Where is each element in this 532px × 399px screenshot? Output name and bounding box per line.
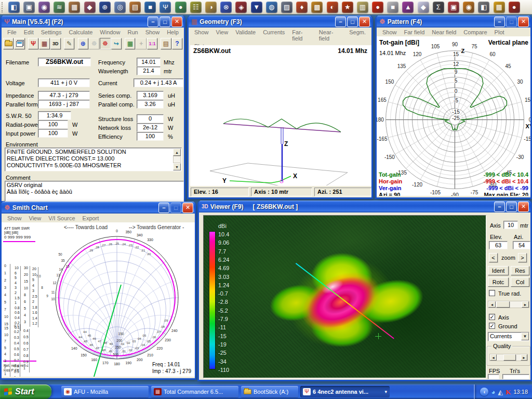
scale-1-1-icon[interactable]: 1:1 — [147, 38, 157, 49]
zoom-out-button[interactable]: < — [489, 253, 498, 262]
quick-launch-icon-33[interactable]: ▦ — [494, 2, 505, 13]
task-button-2[interactable]: ▦Total Commander 6.5... — [151, 386, 238, 397]
calculate-icon[interactable]: ▦ — [125, 38, 135, 49]
quick-launch-icon-17[interactable]: ▼ — [251, 2, 262, 13]
quick-launch-icon-20[interactable]: ♦ — [296, 2, 308, 13]
pattern-canvas[interactable]: 0153045607590105120135150165180-165-150-… — [377, 36, 530, 196]
quick-launch-icon-22[interactable]: ◐ — [327, 2, 338, 13]
main-title-bar[interactable]: Ψ Main [V5.5.4] (F2) − □ ✕ — [2, 16, 184, 28]
task-button-3[interactable]: BootStick (A:) — [241, 386, 298, 397]
quick-launch-icon-30[interactable]: ▣ — [448, 2, 459, 13]
zoom-in-button[interactable]: > — [518, 253, 527, 262]
env-scroll-down[interactable]: ▼ — [173, 163, 181, 170]
geometry-canvas[interactable]: ZS6BKW.out 14.01 Mhz ZXY — [190, 45, 371, 186]
environment-box[interactable]: FINITE GROUND. SOMMERFELD SOLUTIONRELATI… — [5, 148, 182, 171]
elev-input[interactable]: 63 — [489, 241, 508, 249]
viewer-hscroll-right[interactable]: ► — [522, 301, 529, 308]
efficiency-input[interactable]: 100 — [137, 132, 164, 141]
rotc-button[interactable]: Rotc — [488, 277, 509, 287]
open-file-icon[interactable] — [3, 38, 14, 49]
geometry-menu-near-field[interactable]: Near-field — [315, 29, 345, 42]
antenna-icon[interactable]: Ψ — [28, 38, 38, 49]
currents-dropdown[interactable]: Currents ▼ — [488, 332, 529, 341]
pattern-maximize-button[interactable]: □ — [506, 17, 517, 27]
main-menu-run[interactable]: Run — [124, 29, 141, 36]
quick-launch-icon-25[interactable]: ● — [372, 2, 383, 13]
tray-collapse-button[interactable]: ‹ — [480, 388, 488, 396]
input-power-input[interactable]: 100 — [38, 129, 68, 138]
help-icon[interactable]: ? — [172, 38, 182, 49]
quick-launch-icon-16[interactable]: ◈ — [235, 2, 247, 13]
swr-input[interactable]: 1:34.9 — [38, 111, 71, 120]
save-copy-icon[interactable] — [14, 38, 24, 49]
geometry-menu-show[interactable]: Show — [191, 29, 212, 42]
viewer-hscroll-left[interactable]: ◄ — [488, 301, 496, 308]
quality-slider-right[interactable]: ► — [521, 354, 527, 361]
quick-launch-icon-34[interactable]: ● — [509, 2, 520, 13]
quick-launch-icon-28[interactable]: ◆ — [418, 2, 429, 13]
res-button[interactable]: Res — [511, 266, 529, 275]
task-button-4[interactable]: Ψ6 4nec2 antenna vi...▾ — [300, 386, 390, 397]
geometry-title-bar[interactable]: ▦ Geometry (F3) − □ ✕ — [189, 16, 371, 28]
geometry-minimize-button[interactable]: − — [335, 17, 346, 27]
quick-launch-icon-9[interactable]: ▤ — [129, 2, 141, 13]
viewer-title-bar[interactable]: 3D Viewer (F9)[ ZS6BKW.out ] − □ ✕ — [199, 201, 530, 212]
smith-menu-v-i-source[interactable]: V/I Source — [45, 215, 78, 222]
start-button[interactable]: Start — [0, 384, 51, 399]
currents-dropdown-arrow[interactable]: ▼ — [521, 332, 529, 340]
smith-menu-view[interactable]: View — [25, 215, 45, 222]
quick-launch-icon-8[interactable]: ◎ — [114, 2, 126, 13]
viewer-maximize-button[interactable]: □ — [506, 202, 517, 212]
smith-menu-export[interactable]: Export — [79, 215, 103, 222]
azi-input[interactable]: 54 — [513, 241, 530, 249]
tray-pointer-icon[interactable]: ◭ — [498, 389, 503, 395]
quality-slider-left[interactable]: ◄ — [490, 354, 497, 361]
env-scroll-up[interactable]: ▲ — [173, 149, 181, 156]
3d-viewer-icon[interactable]: 3D — [50, 38, 61, 49]
quick-launch-icon-3[interactable]: ◉ — [38, 2, 50, 13]
viewer-hscroll[interactable]: ◄ ► — [488, 301, 529, 308]
manual-icon[interactable]: ▤ — [161, 38, 171, 49]
pattern-menu-show[interactable]: Show — [379, 29, 401, 36]
quick-launch-icon-19[interactable]: ▨ — [281, 2, 292, 13]
task-dropdown-arrow[interactable]: ▾ — [384, 389, 387, 394]
filename-input[interactable]: ZS6BKW.out — [38, 58, 91, 66]
tray-antivirus-icon[interactable]: K — [506, 389, 511, 395]
geometry-menu-view[interactable]: View — [212, 29, 232, 42]
viewer-3d-viewport[interactable]: dBi10.49.067.76.244.693.031.24-0.7-2.8-5… — [203, 215, 486, 378]
radiat-power-input[interactable]: 100 — [38, 120, 68, 129]
axis-checkbox[interactable]: ✓ — [489, 314, 495, 320]
quick-launch-icon-4[interactable]: ≋ — [54, 2, 65, 13]
impedance-input[interactable]: 47.3 - j 279 — [38, 91, 90, 100]
quick-launch-icon-6[interactable]: ◆ — [84, 2, 96, 13]
smith-chart-icon[interactable]: ☸ — [100, 38, 110, 49]
viewer-minimize-button[interactable]: − — [494, 202, 505, 212]
main-menu-settings[interactable]: Settings — [37, 29, 65, 36]
toolbar-grip[interactable] — [2, 2, 4, 12]
smith-maximize-button[interactable]: □ — [170, 203, 181, 213]
pattern-title-bar[interactable]: ☸ Pattern (F4) − □ ✕ — [377, 16, 530, 28]
main-minimize-button[interactable]: − — [148, 17, 158, 27]
quick-launch-icon-13[interactable]: ☷ — [190, 2, 202, 13]
wavelength-input[interactable]: 21.4 — [137, 66, 161, 75]
ground-checkbox[interactable]: ✓ — [489, 323, 495, 329]
edit-nec-icon[interactable]: ✎ — [64, 38, 74, 49]
main-close-button[interactable]: ✕ — [171, 17, 182, 27]
geometry-maximize-button[interactable]: □ — [347, 17, 358, 27]
main-menu-help[interactable]: Help — [163, 29, 182, 36]
quick-launch-icon-14[interactable]: ◑ — [205, 2, 217, 13]
quality-slider-thumb[interactable] — [503, 354, 516, 361]
voltage-input[interactable]: 411 + j 0 V — [38, 78, 90, 87]
geometry-menu-currents[interactable]: Currents — [259, 29, 288, 42]
main-menu-calculate[interactable]: Calculate — [65, 29, 96, 36]
main-maximize-button[interactable]: □ — [159, 17, 170, 27]
pattern-menu-plot[interactable]: Plot — [491, 29, 508, 36]
tray-network-icon[interactable]: ◕ — [491, 389, 495, 395]
viewer-hscroll-thumb[interactable] — [496, 301, 510, 308]
parallel-comp-input[interactable]: 3.26 — [137, 100, 164, 109]
move-icon[interactable]: + — [136, 38, 146, 49]
quick-launch-icon-12[interactable]: ● — [175, 2, 187, 13]
quick-launch-icon-11[interactable]: Ψ — [159, 2, 171, 13]
quick-launch-icon-7[interactable]: ⊕ — [99, 2, 111, 13]
pattern-menu-compare[interactable]: Compare — [460, 29, 490, 36]
